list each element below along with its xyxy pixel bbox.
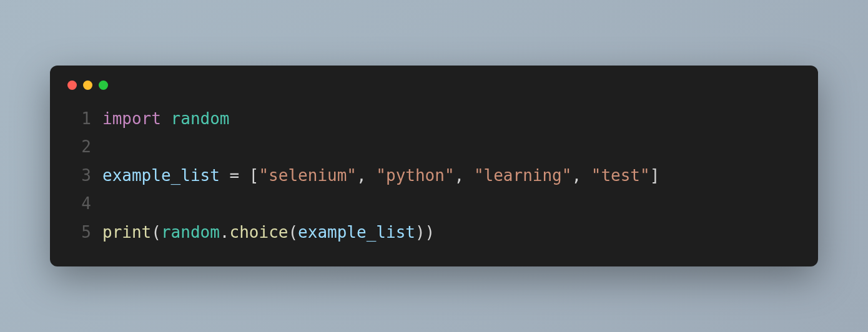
window-titlebar <box>67 81 801 90</box>
comma: , <box>455 166 465 185</box>
variable-name: example_list <box>298 223 415 242</box>
line-number: 4 <box>67 190 91 218</box>
code-line: 1 import random <box>67 105 801 134</box>
paren-close: ) <box>415 223 425 242</box>
code-content: import random <box>102 105 801 134</box>
code-content <box>102 190 801 218</box>
space <box>367 166 377 185</box>
space <box>220 166 230 185</box>
variable-name: example_list <box>102 166 220 185</box>
paren-close: ) <box>425 223 435 242</box>
comma: , <box>571 166 581 185</box>
code-content <box>102 133 801 162</box>
comma: , <box>357 166 367 185</box>
close-icon[interactable] <box>67 81 77 90</box>
line-number: 3 <box>67 162 91 190</box>
space <box>464 166 474 185</box>
code-line: 5 print(random.choice(example_list)) <box>67 218 801 247</box>
minimize-icon[interactable] <box>83 81 92 90</box>
bracket-open: [ <box>249 166 259 185</box>
string-literal: "test" <box>591 166 650 185</box>
space <box>161 109 171 128</box>
maximize-icon[interactable] <box>99 81 108 90</box>
module-name: random <box>171 109 230 128</box>
space <box>239 166 249 185</box>
paren-open: ( <box>288 223 298 242</box>
string-literal: "selenium" <box>259 166 357 185</box>
code-line: 2 <box>67 133 801 162</box>
code-editor[interactable]: 1 import random 2 3 example_list = ["sel… <box>67 105 801 247</box>
paren-open: ( <box>151 223 161 242</box>
code-line: 4 <box>67 190 801 218</box>
bracket-close: ] <box>650 166 660 185</box>
code-content: print(random.choice(example_list)) <box>102 218 801 247</box>
code-window: 1 import random 2 3 example_list = ["sel… <box>50 66 818 267</box>
function-print: print <box>102 223 151 242</box>
string-literal: "learning" <box>474 166 572 185</box>
line-number: 5 <box>67 218 91 247</box>
keyword-import: import <box>102 109 161 128</box>
code-content: example_list = ["selenium", "python", "l… <box>102 162 801 190</box>
line-number: 2 <box>67 133 91 162</box>
code-line: 3 example_list = ["selenium", "python", … <box>67 162 801 190</box>
operator-equals: = <box>230 166 240 185</box>
line-number: 1 <box>67 105 91 134</box>
dot-operator: . <box>220 223 230 242</box>
method-choice: choice <box>230 223 289 242</box>
string-literal: "python" <box>376 166 454 185</box>
module-name: random <box>161 223 220 242</box>
space <box>581 166 591 185</box>
